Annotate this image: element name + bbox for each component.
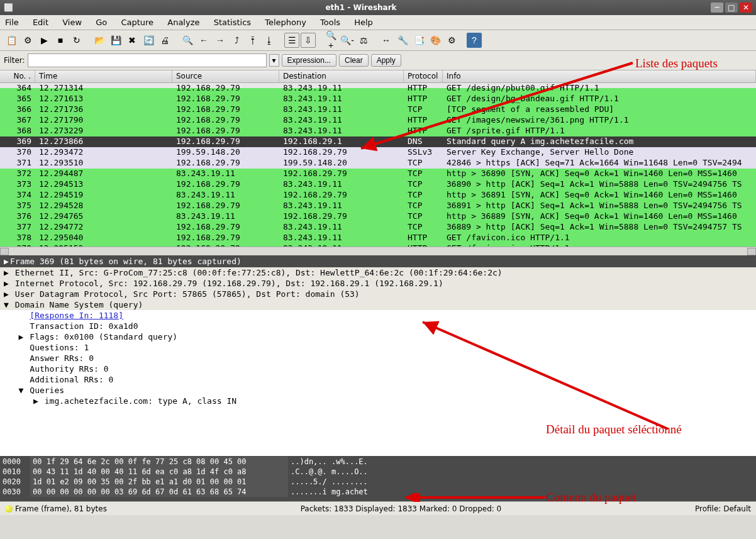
table-row[interactable]: 36912.273866192.168.29.79192.168.29.1DNS… xyxy=(0,136,756,147)
open-icon[interactable]: 📂 xyxy=(92,33,107,48)
detail-line[interactable]: [Response In: 1118] xyxy=(0,310,756,321)
menu-go[interactable]: Go xyxy=(96,18,107,27)
menu-analyze[interactable]: Analyze xyxy=(167,18,199,27)
table-row[interactable]: 37112.293510192.168.29.79199.59.148.20TC… xyxy=(0,158,756,169)
status-profile[interactable]: Profile: Default xyxy=(695,504,751,513)
detail-line[interactable]: ▼ Queries xyxy=(0,385,756,396)
close-button[interactable]: ✕ xyxy=(740,3,752,13)
detail-line[interactable]: Additional RRs: 0 xyxy=(0,374,756,385)
reload-icon[interactable]: 🔄 xyxy=(141,33,156,48)
last-icon[interactable]: ⭳ xyxy=(262,33,277,48)
table-row[interactable]: 37612.29476583.243.19.11192.168.29.79TCP… xyxy=(0,211,756,222)
filter-dropdown-icon[interactable]: ▾ xyxy=(269,54,279,67)
menu-edit[interactable]: Edit xyxy=(33,18,48,27)
detail-header-text: Frame 369 (81 bytes on wire, 81 bytes ca… xyxy=(10,257,242,266)
table-row[interactable]: 36412.271314192.168.29.7983.243.19.11HTT… xyxy=(0,83,756,94)
table-row[interactable]: 37912.295153192.168.29.7983.243.19.11HTT… xyxy=(0,243,756,247)
scroll-right-icon[interactable] xyxy=(747,248,756,255)
table-row[interactable]: 37212.29448783.243.19.11192.168.29.79TCP… xyxy=(0,169,756,179)
table-row[interactable]: 37812.295040192.168.29.7983.243.19.11HTT… xyxy=(0,233,756,243)
detail-line[interactable]: Authority RRs: 0 xyxy=(0,364,756,374)
scroll-left-icon[interactable] xyxy=(0,248,9,255)
detail-line[interactable]: Answer RRs: 0 xyxy=(0,353,756,364)
chevron-right-icon[interactable]: ▶ xyxy=(4,257,10,266)
table-row[interactable]: 36612.271736192.168.29.7983.243.19.11TCP… xyxy=(0,104,756,115)
detail-line[interactable]: ▶ User Datagram Protocol, Src Port: 5786… xyxy=(0,289,756,299)
hex-row[interactable]: 00201d 01 e2 09 00 35 00 2f bb e1 a1 d0 … xyxy=(3,477,753,487)
col-info[interactable]: Info xyxy=(443,70,756,82)
first-icon[interactable]: ⭱ xyxy=(245,33,260,48)
col-protocol[interactable]: Protocol xyxy=(404,70,443,82)
clear-button[interactable]: Clear xyxy=(339,54,369,67)
save-icon[interactable]: 💾 xyxy=(108,33,123,48)
table-row[interactable]: 36712.271790192.168.29.7983.243.19.11HTT… xyxy=(0,115,756,126)
menu-view[interactable]: View xyxy=(62,18,82,27)
col-destination[interactable]: Destination xyxy=(279,70,404,82)
detail-line[interactable]: ▶ img.achetezfacile.com: type A, class I… xyxy=(0,396,756,406)
close-file-icon[interactable]: ✖ xyxy=(125,33,140,48)
detail-line[interactable]: ▶ Internet Protocol, Src: 192.168.29.79 … xyxy=(0,278,756,289)
menu-help[interactable]: Help xyxy=(354,18,373,27)
hex-row[interactable]: 003000 00 00 00 00 00 03 69 6d 67 0d 61 … xyxy=(3,487,753,497)
detail-line[interactable]: Transaction ID: 0xa1d0 xyxy=(0,321,756,331)
detail-line[interactable]: ▼ Domain Name System (query) xyxy=(0,299,756,310)
table-row[interactable]: 37712.294772192.168.29.7983.243.19.11TCP… xyxy=(0,222,756,233)
goto-icon[interactable]: ⤴ xyxy=(229,33,244,48)
hex-row[interactable]: 000000 1f 29 64 6e 2c 00 0f fe 77 25 c8 … xyxy=(3,457,753,467)
restart-capture-icon[interactable]: ↻ xyxy=(69,33,84,48)
col-time[interactable]: Time xyxy=(35,70,172,82)
capture-filter-icon[interactable]: 🔧 xyxy=(395,33,410,48)
table-row[interactable]: 37012.293472199.59.148.20192.168.29.79SS… xyxy=(0,147,756,158)
resize-columns-icon[interactable]: ↔ xyxy=(379,33,394,48)
table-row[interactable]: 37312.294513192.168.29.7983.243.19.11TCP… xyxy=(0,179,756,190)
zoom-reset-icon[interactable]: ⚖ xyxy=(356,33,371,48)
preferences-icon[interactable]: ⚙ xyxy=(444,33,459,48)
autoscroll-icon[interactable]: ⇩ xyxy=(301,33,316,48)
maximize-button[interactable]: □ xyxy=(725,3,738,13)
zoom-out-icon[interactable]: 🔍- xyxy=(340,33,355,48)
hex-row[interactable]: 001000 43 11 1d 40 00 40 11 6d ea c0 a8 … xyxy=(3,467,753,477)
help-icon[interactable]: ? xyxy=(467,33,482,48)
system-menu-icon[interactable]: ⬜ xyxy=(4,3,13,12)
table-row[interactable]: 37512.294528192.168.29.7983.243.19.11TCP… xyxy=(0,201,756,211)
titlebar: ⬜ eth1 - Wireshark ─ □ ✕ xyxy=(0,0,756,15)
detail-pane[interactable]: ▶ Ethernet II, Src: G-ProCom_77:25:c8 (0… xyxy=(0,267,756,456)
table-row[interactable]: 36512.271613192.168.29.7983.243.19.11HTT… xyxy=(0,94,756,104)
packet-list[interactable]: 36412.271314192.168.29.7983.243.19.11HTT… xyxy=(0,83,756,247)
expert-info-icon[interactable] xyxy=(5,505,13,513)
coloring-rules-icon[interactable]: 🎨 xyxy=(428,33,443,48)
colorize-icon[interactable]: ☰ xyxy=(284,33,299,48)
menu-capture[interactable]: Capture xyxy=(121,18,153,27)
forward-icon[interactable]: → xyxy=(213,33,228,48)
main-toolbar: 📋 ⚙ ▶ ■ ↻ 📂 💾 ✖ 🔄 🖨 🔍 ← → ⤴ ⭱ ⭳ ☰ ⇩ 🔍+ 🔍… xyxy=(0,30,756,51)
packet-list-header: No. . Time Source Destination Protocol I… xyxy=(0,70,756,83)
detail-line[interactable]: Questions: 1 xyxy=(0,342,756,353)
menu-statistics[interactable]: Statistics xyxy=(214,18,251,27)
print-icon[interactable]: 🖨 xyxy=(157,33,172,48)
back-icon[interactable]: ← xyxy=(196,33,211,48)
menu-telephony[interactable]: Telephony xyxy=(265,18,306,27)
filter-input[interactable] xyxy=(28,53,267,67)
bytes-pane[interactable]: 000000 1f 29 64 6e 2c 00 0f fe 77 25 c8 … xyxy=(0,456,756,501)
window-title: eth1 - Wireshark xyxy=(13,3,709,12)
options-icon[interactable]: ⚙ xyxy=(20,33,35,48)
apply-button[interactable]: Apply xyxy=(371,54,401,67)
col-no[interactable]: No. . xyxy=(0,70,35,82)
detail-line[interactable]: ▶ Ethernet II, Src: G-ProCom_77:25:c8 (0… xyxy=(0,267,756,278)
menu-tools[interactable]: Tools xyxy=(320,18,340,27)
expression-button[interactable]: Expression... xyxy=(282,54,336,67)
display-filter-icon[interactable]: 📑 xyxy=(411,33,426,48)
table-row[interactable]: 37412.29451983.243.19.11192.168.29.79TCP… xyxy=(0,190,756,201)
interfaces-icon[interactable]: 📋 xyxy=(4,33,19,48)
minimize-button[interactable]: ─ xyxy=(711,3,723,13)
find-icon[interactable]: 🔍 xyxy=(180,33,195,48)
stop-capture-icon[interactable]: ■ xyxy=(53,33,68,48)
menu-file[interactable]: File xyxy=(5,18,19,27)
detail-line[interactable]: ▶ Flags: 0x0100 (Standard query) xyxy=(0,331,756,342)
zoom-in-icon[interactable]: 🔍+ xyxy=(323,33,338,48)
detail-header[interactable]: ▶ Frame 369 (81 bytes on wire, 81 bytes … xyxy=(0,255,756,267)
start-capture-icon[interactable]: ▶ xyxy=(36,33,52,48)
col-source[interactable]: Source xyxy=(172,70,279,82)
hscrollbar[interactable] xyxy=(0,247,756,255)
table-row[interactable]: 36812.273229192.168.29.7983.243.19.11HTT… xyxy=(0,126,756,136)
